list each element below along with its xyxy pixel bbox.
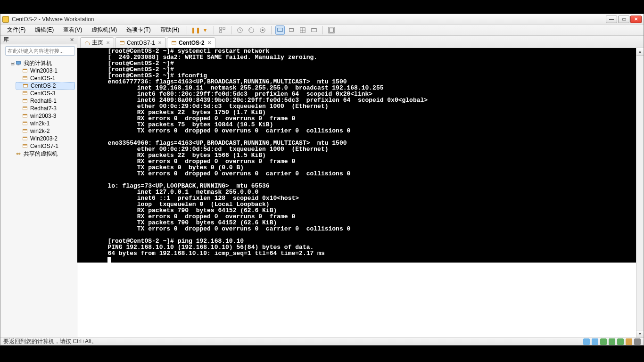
tab-label: CentOS-2 (179, 40, 205, 46)
tree-root-label: 我的计算机 (24, 59, 52, 67)
svg-rect-10 (312, 28, 317, 32)
tab-centos-2[interactable]: CentOS-2✕ (167, 37, 215, 48)
tab-centos7-1[interactable]: CentOS7-1✕ (115, 37, 166, 48)
tree-shared-vms[interactable]: 共享的虚拟机 (9, 150, 75, 157)
device-tray-icon-1[interactable] (592, 338, 598, 345)
vm-icon (22, 105, 28, 112)
menu-view[interactable]: 查看(V) (59, 25, 86, 35)
svg-rect-31 (23, 122, 27, 123)
guest-terminal[interactable]: [root@CentOS-2 ~]# systemctl restart net… (77, 48, 644, 263)
snapshot-revert-button[interactable] (247, 25, 256, 35)
tree-root-my-computer[interactable]: ⊟ 我的计算机 (9, 59, 75, 67)
view-thumbnail-button[interactable] (287, 25, 296, 35)
send-ctrlaltdel-button[interactable] (218, 25, 227, 35)
app-icon (2, 16, 9, 23)
device-tray-icon-3[interactable] (609, 338, 615, 345)
tree-item-win2003-3[interactable]: win2003-3 (16, 112, 75, 120)
device-tray-icon-6[interactable] (634, 338, 641, 345)
tree-item-label: Redhat7-3 (30, 105, 57, 112)
library-sidebar: 库 ✕ ▾ ⊟ 我的计算机 Win2003-1CentOS-1CentOS-2C… (0, 36, 77, 337)
menu-help[interactable]: 帮助(H) (157, 25, 183, 35)
svg-rect-1 (223, 27, 225, 29)
snapshot-take-button[interactable] (235, 25, 245, 35)
svg-rect-37 (23, 144, 27, 145)
vm-icon (119, 40, 125, 46)
tree-item-win2k-2[interactable]: win2k-2 (16, 127, 75, 135)
tab-close-button[interactable]: ✕ (207, 40, 211, 45)
sidebar-header: 库 ✕ (0, 36, 77, 44)
menu-vm[interactable]: 虚拟机(M) (88, 25, 121, 35)
menubar: 文件(F) 编辑(E) 查看(V) 虚拟机(M) 选项卡(T) 帮助(H) ❚❚… (0, 25, 644, 36)
pause-vm-button[interactable]: ❚❚ (191, 25, 200, 35)
close-button[interactable]: ✕ (630, 16, 642, 23)
library-tree[interactable]: ⊟ 我的计算机 Win2003-1CentOS-1CentOS-2CentOS-… (0, 58, 77, 337)
tree-item-win2003-2[interactable]: Win2003-2 (16, 135, 75, 142)
scroll-up-button[interactable]: ▲ (636, 48, 644, 56)
vm-icon (22, 90, 28, 97)
view-console-button[interactable] (275, 25, 285, 35)
home-icon (84, 40, 90, 46)
scroll-down-button[interactable]: ▼ (636, 330, 644, 337)
window-title: CentOS-2 - VMware Workstation (12, 16, 606, 23)
stretch-button[interactable] (309, 25, 319, 35)
tree-item-centos-2[interactable]: CentOS-2 (16, 82, 75, 90)
device-tray-icon-4[interactable] (617, 338, 624, 345)
terminal-scrollbar[interactable]: ▲ ▼ (636, 48, 644, 337)
device-tray-icon-0[interactable] (583, 338, 590, 345)
svg-point-39 (18, 153, 21, 155)
tree-item-label: CentOS-1 (30, 75, 55, 82)
tree-item-label: win2k-1 (30, 120, 50, 127)
tab-主页[interactable]: 主页✕ (80, 37, 114, 48)
tree-item-label: win2003-3 (30, 113, 56, 119)
fit-guest-button[interactable] (298, 25, 307, 35)
tree-item-label: CentOS7-1 (30, 143, 58, 149)
tree-item-label: CentOS-2 (31, 82, 56, 89)
clock-icon (237, 27, 243, 33)
vm-icon (22, 67, 28, 74)
fullscreen-button[interactable] (327, 25, 336, 35)
vm-icon (22, 113, 28, 119)
tree-item-centos7-1[interactable]: CentOS7-1 (16, 142, 75, 150)
vm-icon (22, 98, 28, 104)
device-tray-icon-2[interactable] (600, 338, 607, 345)
minimize-button[interactable]: — (606, 16, 617, 23)
svg-rect-35 (23, 137, 27, 138)
svg-rect-25 (23, 99, 27, 100)
svg-rect-14 (17, 61, 21, 64)
clock-back-icon (248, 27, 255, 33)
svg-rect-15 (17, 65, 20, 66)
vm-icon (22, 135, 28, 142)
tree-item-redhat7-3[interactable]: Redhat7-3 (16, 105, 75, 112)
vm-icon (22, 128, 28, 134)
content-area: 主页✕CentOS7-1✕CentOS-2✕ [root@CentOS-2 ~]… (77, 36, 644, 337)
menu-tabs[interactable]: 选项卡(T) (123, 25, 154, 35)
svg-rect-7 (278, 28, 283, 31)
tree-item-label: Win2003-1 (30, 67, 58, 74)
menu-edit[interactable]: 编辑(E) (31, 25, 58, 35)
device-tray (583, 338, 641, 345)
library-search-input[interactable] (5, 46, 75, 56)
svg-point-38 (17, 153, 19, 155)
play-dropdown-button[interactable]: ▾ (200, 25, 210, 35)
tree-item-centos-3[interactable]: CentOS-3 (16, 90, 75, 97)
tree-item-label: Redhat6-1 (30, 98, 57, 104)
svg-rect-6 (262, 29, 264, 31)
tree-item-win2003-1[interactable]: Win2003-1 (16, 67, 75, 74)
tree-item-win2k-1[interactable]: win2k-1 (16, 120, 75, 127)
monitor-icon (277, 27, 283, 33)
stretch-icon (311, 27, 317, 33)
menu-file[interactable]: 文件(F) (3, 25, 29, 35)
snapshot-manager-button[interactable] (258, 25, 267, 35)
app-window: CentOS-2 - VMware Workstation — ▭ ✕ 文件(F… (0, 14, 644, 346)
tree-item-redhat6-1[interactable]: Redhat6-1 (16, 97, 75, 105)
tree-item-centos-1[interactable]: CentOS-1 (16, 74, 75, 82)
sidebar-close-button[interactable]: ✕ (70, 37, 74, 43)
maximize-button[interactable]: ▭ (618, 16, 629, 23)
tab-close-button[interactable]: ✕ (106, 40, 110, 45)
device-tray-icon-5[interactable] (626, 338, 632, 345)
titlebar[interactable]: CentOS-2 - VMware Workstation — ▭ ✕ (0, 14, 644, 25)
svg-rect-43 (172, 41, 176, 42)
svg-rect-19 (23, 76, 27, 77)
tree-item-label: Win2003-2 (30, 135, 58, 142)
tab-close-button[interactable]: ✕ (158, 40, 162, 45)
